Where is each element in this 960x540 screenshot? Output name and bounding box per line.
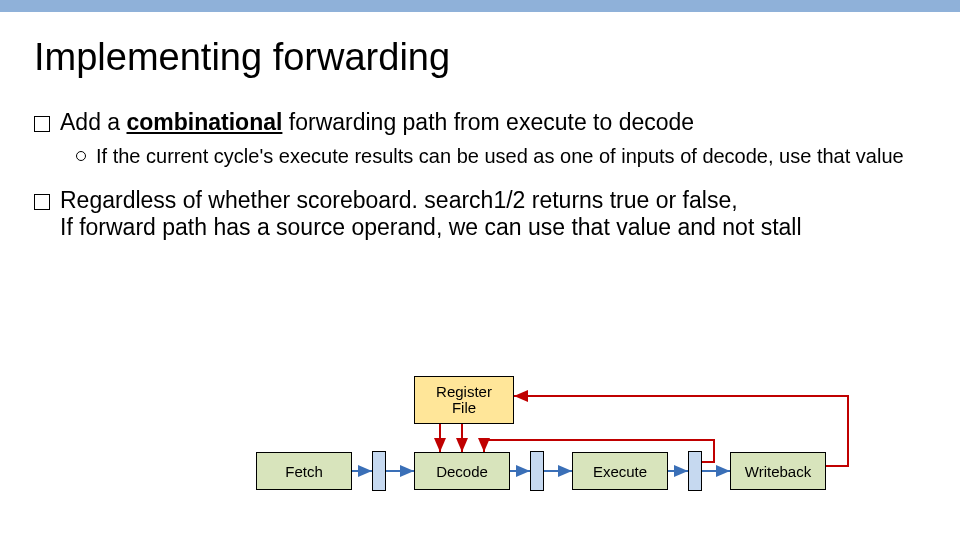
bullet-1-post: forwarding path from execute to decode [282,109,694,135]
sub-bullet-1: If the current cycle's execute results c… [76,144,926,169]
bullet-1-underlined: combinational [127,109,283,135]
pipeline-diagram: Register File Fetch Decode Execute Write… [0,358,960,528]
bullet-2: Regardless of whether scoreboard. search… [34,187,926,241]
bullet-1-text: Add a combinational forwarding path from… [60,109,694,136]
stage-writeback: Writeback [730,452,826,490]
slide-title: Implementing forwarding [34,36,926,79]
slide-top-bar [0,0,960,12]
bullet-list: Add a combinational forwarding path from… [34,109,926,136]
bullet-2-line1: Regardless of whether scoreboard. search… [60,187,738,213]
stage-execute: Execute [572,452,668,490]
pipeline-register-3 [688,451,702,491]
bullet-1: Add a combinational forwarding path from… [34,109,926,136]
slide-content: Implementing forwarding Add a combinatio… [0,12,960,241]
pipeline-register-2 [530,451,544,491]
checkbox-icon [34,116,50,132]
stage-fetch: Fetch [256,452,352,490]
bullet-1-pre: Add a [60,109,127,135]
bullet-list-2: Regardless of whether scoreboard. search… [34,187,926,241]
sub-list: If the current cycle's execute results c… [76,144,926,169]
checkbox-icon [34,194,50,210]
register-file-label-1: Register [436,384,492,401]
bullet-2-text: Regardless of whether scoreboard. search… [60,187,802,241]
register-file-label-2: File [452,400,476,417]
bullet-2-line2: If forward path has a source operand, we… [60,214,802,240]
pipeline-register-1 [372,451,386,491]
stage-decode: Decode [414,452,510,490]
register-file-box: Register File [414,376,514,424]
circle-icon [76,151,86,161]
sub-bullet-1-text: If the current cycle's execute results c… [96,144,904,169]
